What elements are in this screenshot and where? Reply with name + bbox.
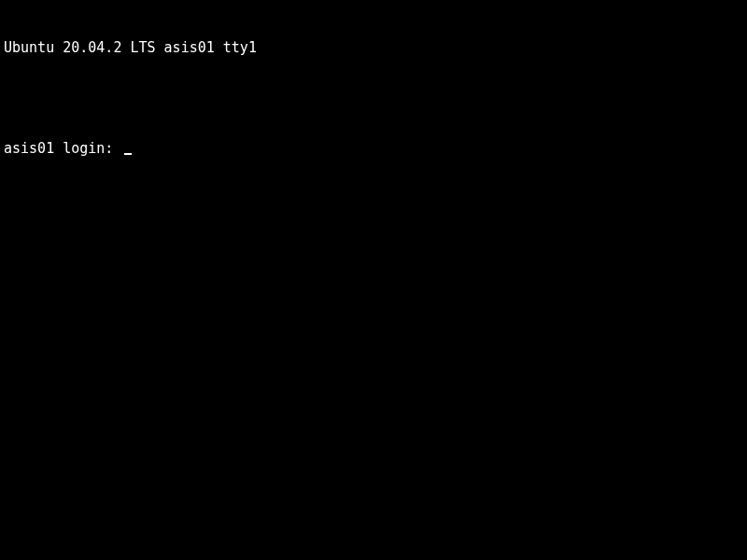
login-prompt: asis01 login: <box>4 140 121 157</box>
terminal[interactable]: Ubuntu 20.04.2 LTS asis01 tty1 asis01 lo… <box>4 6 743 174</box>
blank-line <box>4 90 743 106</box>
login-input[interactable] <box>121 140 122 157</box>
cursor <box>124 153 132 155</box>
login-prompt-line: asis01 login: <box>4 140 743 157</box>
banner-line: Ubuntu 20.04.2 LTS asis01 tty1 <box>4 39 743 56</box>
